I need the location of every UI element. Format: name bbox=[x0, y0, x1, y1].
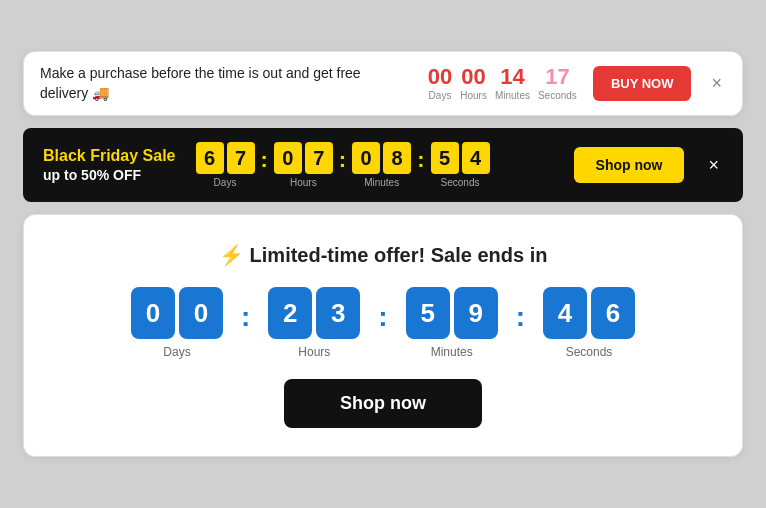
minutes-unit: 14 Minutes bbox=[495, 66, 530, 101]
colon-1: : bbox=[261, 147, 268, 173]
bf-seconds-d1: 5 bbox=[431, 142, 459, 174]
bf-minutes-d1: 0 bbox=[352, 142, 380, 174]
bf-minutes-label: Minutes bbox=[364, 177, 399, 188]
sale-minutes-d2: 9 bbox=[454, 287, 498, 339]
sale-days-label: Days bbox=[163, 345, 190, 359]
sale-seconds-label: Seconds bbox=[566, 345, 613, 359]
sale-minutes-digits: 5 9 bbox=[406, 287, 498, 339]
sale-seconds-unit: 4 6 Seconds bbox=[543, 287, 635, 359]
banner-notification-text: Make a purchase before the time is out a… bbox=[40, 64, 412, 103]
lightning-icon: ⚡ bbox=[219, 243, 244, 267]
sale-hours-digits: 2 3 bbox=[268, 287, 360, 339]
bf-hours-unit: 0 7 Hours bbox=[274, 142, 333, 188]
bf-seconds-d2: 4 bbox=[462, 142, 490, 174]
seconds-label: Seconds bbox=[538, 90, 577, 101]
days-unit: 00 Days bbox=[428, 66, 452, 101]
sale-days-digits: 0 0 bbox=[131, 287, 223, 339]
bf-days-d2: 7 bbox=[227, 142, 255, 174]
sale-hours-d1: 2 bbox=[268, 287, 312, 339]
bf-days-digits: 6 7 bbox=[196, 142, 255, 174]
sale-hours-unit: 2 3 Hours bbox=[268, 287, 360, 359]
days-value: 00 bbox=[428, 66, 452, 88]
sale-minutes-label: Minutes bbox=[431, 345, 473, 359]
sale-minutes-unit: 5 9 Minutes bbox=[406, 287, 498, 359]
close-banner2-button[interactable]: × bbox=[704, 151, 723, 180]
sale-seconds-d1: 4 bbox=[543, 287, 587, 339]
bf-seconds-label: Seconds bbox=[441, 177, 480, 188]
colon-3: : bbox=[417, 147, 424, 173]
sale-colon-1: : bbox=[241, 301, 250, 333]
bf-title: Black Friday Sale bbox=[43, 146, 176, 167]
sale-hours-label: Hours bbox=[298, 345, 330, 359]
bf-seconds-digits: 5 4 bbox=[431, 142, 490, 174]
sale-title-row: ⚡ Limited-time offer! Sale ends in bbox=[219, 243, 548, 267]
bf-shop-now-button[interactable]: Shop now bbox=[574, 147, 685, 183]
sale-minutes-d1: 5 bbox=[406, 287, 450, 339]
bf-days-unit: 6 7 Days bbox=[196, 142, 255, 188]
minutes-value: 14 bbox=[500, 66, 524, 88]
bf-hours-d1: 0 bbox=[274, 142, 302, 174]
colon-2: : bbox=[339, 147, 346, 173]
bf-hours-digits: 0 7 bbox=[274, 142, 333, 174]
days-label: Days bbox=[429, 90, 452, 101]
bf-hours-label: Hours bbox=[290, 177, 317, 188]
sale-card: ⚡ Limited-time offer! Sale ends in 0 0 D… bbox=[23, 214, 743, 457]
sale-countdown: 0 0 Days : 2 3 Hours : 5 9 Minutes : 4 6 bbox=[131, 287, 635, 359]
bf-countdown: 6 7 Days : 0 7 Hours : 0 8 Minutes : 5 4 bbox=[196, 142, 490, 188]
bf-minutes-digits: 0 8 bbox=[352, 142, 411, 174]
sale-colon-3: : bbox=[516, 301, 525, 333]
sale-title: Limited-time offer! Sale ends in bbox=[250, 244, 548, 267]
countdown-inline: 00 Days 00 Hours 14 Minutes 17 Seconds bbox=[428, 66, 577, 101]
sale-days-d2: 0 bbox=[179, 287, 223, 339]
seconds-value: 17 bbox=[545, 66, 569, 88]
minutes-label: Minutes bbox=[495, 90, 530, 101]
banner-notification: Make a purchase before the time is out a… bbox=[23, 51, 743, 116]
bf-title-block: Black Friday Sale up to 50% OFF bbox=[43, 146, 176, 185]
bf-subtitle: up to 50% OFF bbox=[43, 167, 141, 183]
sale-seconds-d2: 6 bbox=[591, 287, 635, 339]
black-friday-banner: Black Friday Sale up to 50% OFF 6 7 Days… bbox=[23, 128, 743, 202]
hours-value: 00 bbox=[461, 66, 485, 88]
hours-unit: 00 Hours bbox=[460, 66, 487, 101]
seconds-unit: 17 Seconds bbox=[538, 66, 577, 101]
buy-now-button[interactable]: BUY NOW bbox=[593, 66, 692, 101]
sale-days-d1: 0 bbox=[131, 287, 175, 339]
bf-minutes-d2: 8 bbox=[383, 142, 411, 174]
bf-hours-d2: 7 bbox=[305, 142, 333, 174]
sale-seconds-digits: 4 6 bbox=[543, 287, 635, 339]
bf-minutes-unit: 0 8 Minutes bbox=[352, 142, 411, 188]
hours-label: Hours bbox=[460, 90, 487, 101]
bf-days-label: Days bbox=[214, 177, 237, 188]
sale-hours-d2: 3 bbox=[316, 287, 360, 339]
sale-shop-now-button[interactable]: Shop now bbox=[284, 379, 482, 428]
sale-colon-2: : bbox=[378, 301, 387, 333]
bf-seconds-unit: 5 4 Seconds bbox=[431, 142, 490, 188]
bf-days-d1: 6 bbox=[196, 142, 224, 174]
sale-days-unit: 0 0 Days bbox=[131, 287, 223, 359]
close-banner1-button[interactable]: × bbox=[707, 69, 726, 98]
